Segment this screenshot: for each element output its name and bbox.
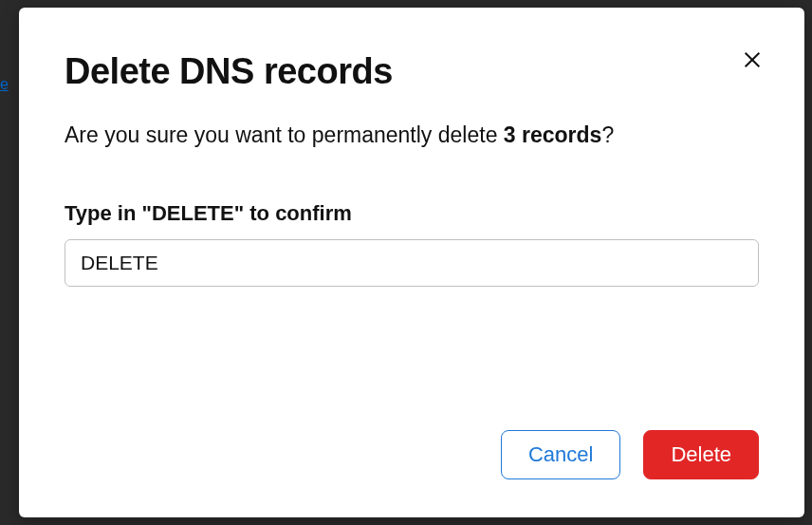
delete-dns-modal: Delete DNS records Are you sure you want… <box>19 8 804 517</box>
modal-actions: Cancel Delete <box>501 430 759 479</box>
close-button[interactable] <box>738 46 766 74</box>
confirm-input[interactable] <box>65 239 759 287</box>
background-link-fragment: e <box>0 76 9 93</box>
confirm-input-label: Type in "DELETE" to confirm <box>65 201 759 226</box>
delete-button[interactable]: Delete <box>643 430 759 479</box>
close-icon <box>742 49 763 70</box>
confirm-message: Are you sure you want to permanently del… <box>65 122 759 148</box>
confirm-suffix: ? <box>601 122 614 147</box>
modal-title: Delete DNS records <box>65 51 759 92</box>
cancel-button[interactable]: Cancel <box>501 430 620 479</box>
confirm-prefix: Are you sure you want to permanently del… <box>65 122 504 147</box>
confirm-record-count: 3 records <box>504 122 602 147</box>
